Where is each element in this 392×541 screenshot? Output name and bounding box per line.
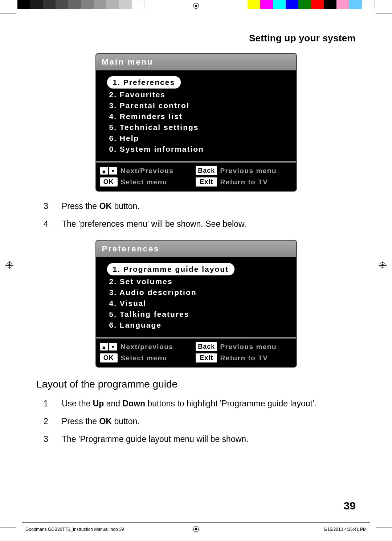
page-content: Setting up your system Main menu 1. Pref…	[36, 22, 356, 519]
exit-label: Return to TV	[220, 178, 292, 186]
arrows-label: Next/previous	[121, 343, 193, 351]
exit-key: Exit	[196, 353, 217, 362]
arrow-keys-icon: ▲▼	[100, 343, 118, 351]
step-number: 3	[44, 201, 51, 212]
instruction-step: 1Use the Up and Down buttons to highligh…	[44, 398, 356, 409]
footer-filename: Goodmans GDB20TTS_Instruction Manual.ind…	[25, 527, 124, 532]
registration-mark-bottom	[192, 525, 200, 533]
step-text: Use the Up and Down buttons to highlight…	[62, 398, 356, 409]
menu-item-technical-settings[interactable]: 5. Technical settings	[109, 122, 287, 133]
footer-line	[22, 522, 370, 523]
step-number: 2	[44, 416, 51, 427]
menu-item-help[interactable]: 6. Help	[109, 133, 287, 144]
registration-mark-top	[192, 2, 200, 10]
osd-footer: ▲▼ Next/Previous Back Previous menu OK S…	[96, 161, 296, 191]
back-key: Back	[196, 342, 217, 351]
section-title: Setting up your system	[36, 33, 356, 44]
ok-label: Select menu	[121, 178, 193, 186]
ok-key: OK	[100, 177, 118, 187]
ok-key: OK	[100, 353, 118, 362]
color-calibration-strip	[248, 0, 375, 9]
osd-title: Main menu	[96, 54, 296, 71]
step-text: Press the OK button.	[62, 201, 356, 212]
osd-body: 1. Programme guide layout 2. Set volumes…	[96, 258, 296, 337]
back-key: Back	[196, 166, 217, 175]
menu-item-set-volumes[interactable]: 2. Set volumes	[109, 276, 287, 287]
instruction-step: 3Press the OK button.	[44, 201, 356, 212]
menu-item-visual[interactable]: 4. Visual	[109, 298, 287, 309]
osd-body: 1. Preferences 2. Favourites 3. Parental…	[96, 71, 296, 161]
step-number: 1	[44, 398, 51, 409]
step-number: 4	[44, 218, 51, 230]
crop-mark	[376, 528, 392, 528]
back-label: Previous menu	[220, 343, 292, 351]
crop-mark	[0, 13, 16, 13]
bw-calibration-strip	[17, 0, 144, 9]
menu-item-favourites[interactable]: 2. Favourites	[109, 89, 287, 100]
footer-timestamp: 6/15/2010 4:26:41 PM	[324, 527, 367, 532]
menu-item-talking-features[interactable]: 5. Talking features	[109, 309, 287, 320]
menu-item-audio-description[interactable]: 3. Audio description	[109, 287, 287, 298]
page-number: 39	[344, 500, 356, 512]
step-text: Press the OK button.	[62, 416, 356, 427]
menu-item-preferences[interactable]: 1. Preferences	[107, 76, 181, 89]
step-number: 3	[44, 434, 51, 445]
ok-label: Select menu	[121, 354, 193, 362]
instruction-step: 4The 'preferences menu' will be shown. S…	[44, 218, 356, 230]
menu-item-system-information[interactable]: 0. System information	[109, 144, 287, 155]
step-text: The 'preferences menu' will be shown. Se…	[62, 218, 356, 230]
crop-mark	[376, 13, 392, 13]
instruction-list: 1Use the Up and Down buttons to highligh…	[44, 398, 356, 445]
menu-item-language[interactable]: 6. Language	[109, 320, 287, 331]
back-label: Previous menu	[220, 167, 292, 175]
instruction-step: 2Press the OK button.	[44, 416, 356, 427]
instruction-list: 3Press the OK button.4The 'preferences m…	[44, 201, 356, 230]
osd-footer: ▲▼ Next/previous Back Previous menu OK S…	[96, 337, 296, 367]
osd-main-menu: Main menu 1. Preferences 2. Favourites 3…	[95, 53, 297, 192]
subheading: Layout of the programme guide	[36, 378, 356, 390]
registration-mark-right	[379, 261, 387, 269]
menu-item-reminders-list[interactable]: 4. Reminders list	[109, 111, 287, 122]
osd-title: Preferences	[96, 241, 296, 258]
osd-preferences-menu: Preferences 1. Programme guide layout 2.…	[95, 240, 297, 368]
exit-key: Exit	[196, 177, 217, 187]
step-text: The 'Programme guide layout menu will be…	[62, 434, 356, 445]
exit-label: Return to TV	[220, 354, 292, 362]
instruction-step: 3The 'Programme guide layout menu will b…	[44, 434, 356, 445]
arrows-label: Next/Previous	[121, 167, 193, 175]
arrow-keys-icon: ▲▼	[100, 167, 118, 175]
crop-mark	[0, 528, 16, 528]
menu-item-programme-guide-layout[interactable]: 1. Programme guide layout	[107, 263, 235, 275]
registration-mark-left	[5, 261, 13, 269]
menu-item-parental-control[interactable]: 3. Parental control	[109, 100, 287, 111]
